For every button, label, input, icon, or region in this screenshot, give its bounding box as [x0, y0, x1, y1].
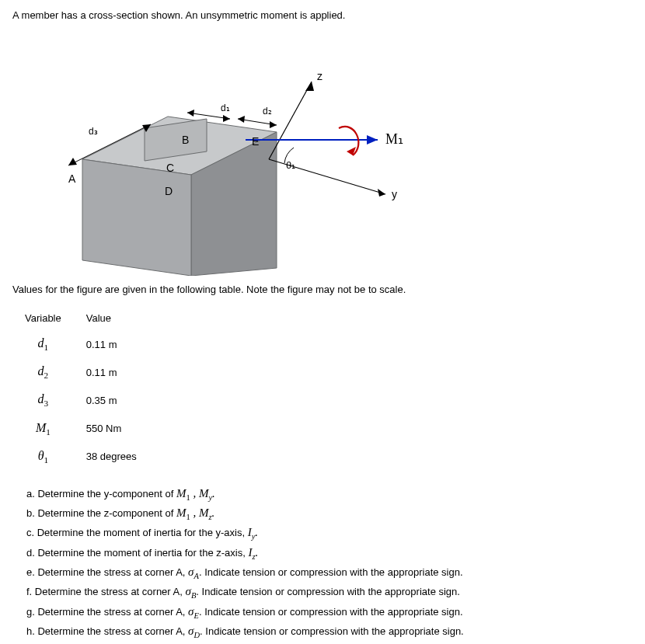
moment-vector-arrowhead [367, 135, 378, 144]
problem-statement: A member has a cross-section shown. An u… [12, 9, 633, 21]
var-value: 0.35 m [78, 386, 154, 414]
d1-arrow-r [223, 115, 230, 122]
y-axis-arrowhead [378, 189, 385, 197]
table-row: M1 550 Nm [17, 415, 154, 443]
figure: y z M₁ θ₁ d₁ d₂ d₃ A B C D E [12, 27, 417, 276]
z-axis-line [269, 82, 312, 159]
question-a-var: M1 , My. [176, 487, 215, 500]
y-axis-label: y [392, 188, 397, 200]
corner-d-label: D [165, 185, 173, 197]
variables-table: Variable Value d1 0.11 m d2 0.11 m d3 0.… [17, 306, 154, 471]
question-d-text: d. Determine the moment of inertia for t… [26, 547, 248, 559]
question-e-pre: e. Determine the stress at corner A, [26, 566, 188, 578]
d2-arrow-r [270, 121, 277, 128]
question-c-var: Iy. [248, 526, 258, 538]
question-b-text: b. Determine the z-component of [26, 507, 176, 519]
question-f-pre: f. Determine the stress at corner A, [26, 586, 185, 597]
corner-a-label: A [68, 172, 76, 185]
d2-label: d₂ [263, 106, 272, 117]
question-d-var: Iz. [248, 546, 258, 559]
table-row: d2 0.11 m [17, 358, 154, 386]
var-name: d3 [17, 386, 78, 414]
question-h-post: . Indicate tension or compression with t… [200, 625, 464, 637]
question-f-var: σB [185, 585, 196, 597]
table-intro-text: Values for the figure are given in the f… [12, 284, 633, 295]
moment-label: M₁ [385, 131, 403, 147]
question-g-post: . Indicate tension or compression with t… [199, 606, 463, 618]
d1-arrow-l [187, 110, 194, 117]
var-value: 0.11 m [78, 330, 154, 358]
question-b-var: M1 , Mz. [176, 506, 214, 519]
question-a-text: a. Determine the y-component of [26, 488, 176, 500]
var-value: 38 degrees [78, 443, 154, 471]
question-f: f. Determine the stress at corner A, σB.… [26, 583, 633, 602]
question-h-var: σD [188, 625, 200, 637]
d1-label: d₁ [221, 103, 230, 113]
table-row: d3 0.35 m [17, 386, 154, 414]
question-d: d. Determine the moment of inertia for t… [26, 544, 633, 563]
var-value: 550 Nm [78, 415, 154, 443]
question-a: a. Determine the y-component of M1 , My. [26, 485, 633, 504]
question-g-pre: g. Determine the stress at corner A, [26, 606, 188, 618]
question-c: c. Determine the moment of inertia for t… [26, 524, 633, 543]
question-e-post: . Indicate tension or compression with t… [199, 566, 463, 578]
question-h-pre: h. Determine the stress at corner A, [26, 625, 188, 637]
col-header-value: Value [78, 306, 154, 330]
question-h: h. Determine the stress at corner A, σD.… [26, 622, 633, 642]
question-f-post: . Indicate tension or compression with t… [196, 586, 460, 597]
figure-svg: y z M₁ θ₁ d₁ d₂ d₃ A B C D E [12, 27, 417, 276]
question-g-var: σE [188, 605, 199, 618]
z-axis-label: z [317, 70, 322, 82]
d2-arrow-l [238, 116, 245, 123]
corner-b-label: B [182, 134, 189, 146]
table-row: d1 0.11 m [17, 330, 154, 358]
var-name: d2 [17, 358, 78, 386]
question-c-text: c. Determine the moment of inertia for t… [26, 527, 248, 538]
d3-label: d₃ [89, 126, 98, 137]
beam-front-face [82, 159, 191, 276]
theta-label: θ₁ [286, 159, 295, 171]
corner-e-label: E [252, 135, 259, 148]
table-row: θ1 38 degrees [17, 443, 154, 471]
question-g: g. Determine the stress at corner A, σE.… [26, 603, 633, 622]
question-b: b. Determine the z-component of M1 , Mz. [26, 504, 633, 524]
var-name: θ1 [17, 443, 78, 471]
question-e-var: σA [188, 566, 199, 578]
z-axis-arrowhead [305, 82, 314, 91]
corner-c-label: C [166, 162, 174, 174]
var-value: 0.11 m [78, 358, 154, 386]
var-name: M1 [17, 415, 78, 443]
col-header-variable: Variable [17, 306, 78, 330]
var-name: d1 [17, 330, 78, 358]
question-list: a. Determine the y-component of M1 , My.… [12, 485, 633, 644]
question-e: e. Determine the stress at corner A, σA.… [26, 563, 633, 583]
